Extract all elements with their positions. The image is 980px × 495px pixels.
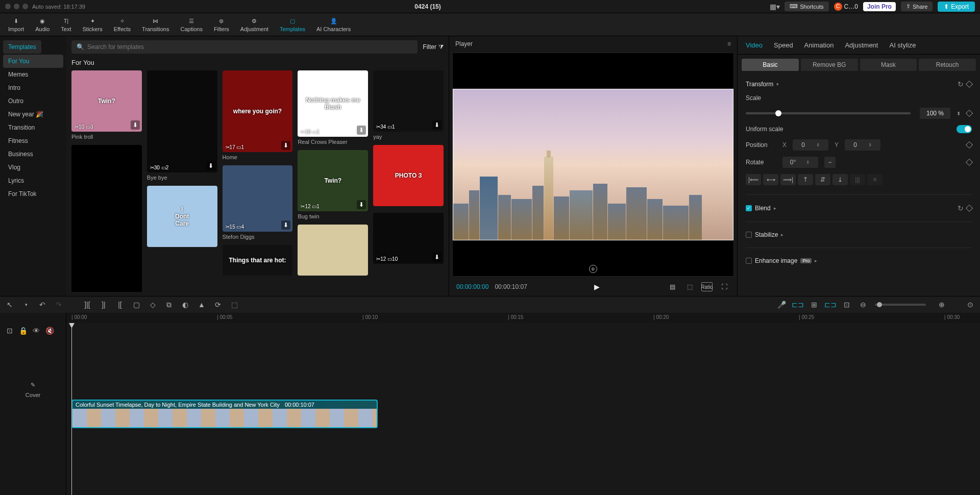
share-button[interactable]: ⇪ Share (901, 2, 933, 11)
min-dot[interactable] (14, 4, 19, 9)
mic-icon[interactable]: 🎤 (777, 300, 786, 309)
scale-value[interactable]: 100 % (920, 108, 950, 119)
reverse-icon[interactable]: ◐ (181, 300, 190, 309)
layout-icon[interactable]: ▦▾ (770, 2, 779, 11)
prop-tab-speed[interactable]: Speed (774, 41, 793, 49)
frame-icon[interactable]: ⬚ (684, 282, 695, 291)
snap-icon[interactable]: ⊏⊐ (826, 300, 835, 309)
trim-right-icon[interactable]: |[ (115, 300, 125, 309)
tool-text[interactable]: T|Text (56, 15, 76, 34)
position-y-input[interactable]: 0⬍ (845, 139, 880, 151)
cat-business[interactable]: Business (3, 147, 63, 161)
template-card[interactable]: Nothing makes me blush✂19 ▭1⬇Real Crows … (298, 70, 368, 145)
cat-vlog[interactable]: Vlog (3, 161, 63, 174)
user-chip[interactable]: C C…0 (834, 3, 858, 11)
zoom-out-icon[interactable]: ⊖ (859, 300, 868, 309)
template-card[interactable]: ✂15 ▭4⬇Stefon Diggs (223, 165, 293, 240)
chevron-right-icon[interactable]: ▸ (781, 232, 783, 237)
download-icon[interactable]: ⬇ (432, 120, 442, 130)
template-card[interactable] (298, 225, 368, 276)
scale-keyframe-icon[interactable] (966, 110, 973, 117)
link-icon[interactable]: ⊞ (810, 300, 819, 309)
cat-intro[interactable]: Intro (3, 81, 63, 94)
crop-icon[interactable]: ⬚ (230, 300, 239, 309)
pointer-dropdown-icon[interactable]: ▾ (21, 300, 31, 309)
cat-for-you[interactable]: For You (3, 55, 63, 68)
tool-adjustment[interactable]: ⚙Adjustment (235, 15, 274, 34)
align-left-icon[interactable]: |⟸ (746, 174, 761, 185)
template-card[interactable] (71, 145, 142, 292)
rotate-input[interactable]: 0°⬍ (782, 157, 818, 168)
join-pro-button[interactable]: Join Pro (863, 2, 896, 11)
chevron-right-icon[interactable]: ▸ (774, 206, 776, 211)
tool-filters[interactable]: ⊚Filters (209, 15, 234, 34)
lock-icon[interactable]: 🔒 (18, 326, 28, 335)
subtab-basic[interactable]: Basic (742, 59, 799, 71)
template-card[interactable]: where you goin?✂17 ▭1⬇Home (223, 70, 293, 160)
stepper-icon[interactable]: ⬍ (957, 111, 961, 116)
template-card[interactable]: ✂12 ▭10⬇ (373, 213, 444, 264)
tool-audio[interactable]: ◉Audio (30, 15, 55, 34)
tool-import[interactable]: ⬇Import (3, 15, 29, 34)
chevron-right-icon[interactable]: ▸ (815, 258, 817, 263)
tool-captions[interactable]: ☰Captions (175, 15, 207, 34)
cat-outro[interactable]: Outro (3, 94, 63, 108)
template-card[interactable]: Twin?✂10 ▭3⬇Pink troll (71, 70, 142, 140)
prop-tab-animation[interactable]: Animation (804, 41, 834, 49)
download-icon[interactable]: ⬇ (206, 161, 215, 170)
tool-stickers[interactable]: ✦Stickers (78, 15, 108, 34)
align-bottom-icon[interactable]: ⤓ (832, 174, 848, 185)
templates-pill[interactable]: Templates (3, 40, 41, 54)
track-area[interactable]: | 00:00| 00:05| 00:10| 00:15| 00:20| 00:… (66, 313, 980, 495)
chevron-down-icon[interactable]: ▾ (776, 82, 779, 87)
keyframe-icon[interactable] (966, 81, 973, 88)
visibility-icon[interactable]: 👁 (32, 326, 41, 335)
shortcuts-button[interactable]: ⌨ Shortcuts (785, 2, 828, 11)
align-vcenter-icon[interactable]: ⇵ (815, 174, 830, 185)
rotate-ccw-button[interactable]: − (824, 157, 836, 168)
subtab-mask[interactable]: Mask (860, 59, 917, 71)
template-card[interactable]: Twin?✂12 ▭1⬇Bug twin (298, 150, 368, 219)
cat-transition[interactable]: Transition (3, 121, 63, 134)
template-card[interactable]: ✂30 ▭2⬇Bye bye (147, 70, 217, 181)
cat-new-year-[interactable]: New year 🎉 (3, 108, 63, 121)
template-card[interactable]: PHOTO 3 (373, 145, 444, 206)
cover-button[interactable]: ✎ Cover (0, 382, 66, 398)
split-icon[interactable]: ]|[ (83, 300, 92, 309)
tool-transitions[interactable]: ⋈Transitions (137, 15, 174, 34)
position-keyframe-icon[interactable] (966, 141, 973, 148)
download-icon[interactable]: ⬇ (357, 200, 366, 209)
copy-icon[interactable]: ⧉ (164, 300, 174, 309)
trim-left-icon[interactable]: ]| (99, 300, 108, 309)
align-hcenter-icon[interactable]: ⟷ (763, 174, 778, 185)
track-options-icon[interactable]: ⊡ (5, 326, 14, 335)
close-dot[interactable] (5, 4, 11, 9)
quality-icon[interactable]: ▤ (667, 282, 678, 291)
blend-checkbox[interactable]: ✓ (746, 205, 752, 211)
magnet-on-icon[interactable]: ⊏⊐ (793, 300, 802, 309)
play-button[interactable]: ▶ (533, 283, 660, 291)
cat-for-tiktok[interactable]: For TikTok (3, 187, 63, 201)
template-card[interactable]: ✂34 ▭1⬇yay (373, 70, 444, 140)
mask-icon[interactable]: ◇ (148, 300, 157, 309)
undo-icon[interactable]: ↶ (38, 300, 47, 309)
rotate-keyframe-icon[interactable] (966, 159, 973, 166)
cat-lyrics[interactable]: Lyrics (3, 174, 63, 187)
search-input[interactable] (87, 43, 412, 51)
blend-reset-icon[interactable]: ↻ (958, 204, 964, 212)
tool-templates[interactable]: ▢Templates (275, 15, 310, 34)
player-menu-icon[interactable]: ≡ (727, 40, 731, 47)
video-clip[interactable]: Colorful Sunset Timelapse, Day to Night,… (71, 400, 378, 428)
download-icon[interactable]: ⬇ (131, 120, 140, 130)
align-right-icon[interactable]: ⟹| (780, 174, 796, 185)
template-card[interactable]: I Dont Care (147, 186, 217, 247)
delete-icon[interactable]: ▢ (132, 300, 141, 309)
playhead[interactable] (71, 323, 72, 495)
download-icon[interactable]: ⬇ (357, 126, 366, 135)
download-icon[interactable]: ⬇ (281, 220, 290, 230)
uniform-scale-toggle[interactable] (957, 125, 972, 133)
zoom-slider[interactable] (875, 304, 926, 306)
subtab-remove-bg[interactable]: Remove BG (801, 59, 858, 71)
pointer-icon[interactable]: ↖ (5, 300, 14, 309)
prop-tab-adjustment[interactable]: Adjustment (845, 41, 878, 49)
